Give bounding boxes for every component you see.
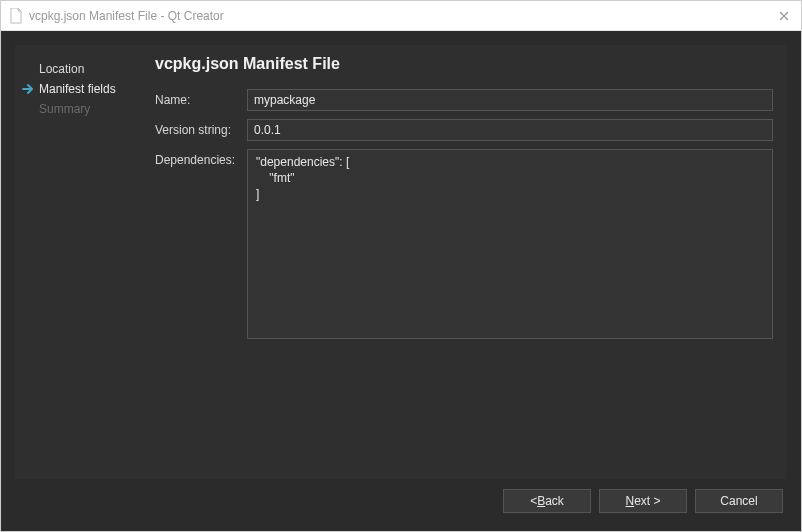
wizard-sidebar: Location Manifest fields Summary [15, 45, 145, 479]
current-step-arrow-icon [21, 82, 35, 96]
wizard-main: vcpkg.json Manifest File Name: Version s… [145, 45, 787, 479]
version-input[interactable] [247, 119, 773, 141]
titlebar: vcpkg.json Manifest File - Qt Creator [1, 1, 801, 31]
next-mnemonic: N [625, 494, 634, 508]
label-name: Name: [155, 89, 247, 107]
cancel-label: Cancel [720, 494, 757, 508]
cancel-button[interactable]: Cancel [695, 489, 783, 513]
sidebar-item-location: Location [25, 59, 139, 79]
name-input[interactable] [247, 89, 773, 111]
close-button[interactable] [753, 8, 793, 24]
button-bar: < Back Next > Cancel [15, 479, 787, 517]
wizard-window: vcpkg.json Manifest File - Qt Creator Lo… [0, 0, 802, 532]
content-area: Location Manifest fields Summary vcpkg.j… [1, 31, 801, 531]
close-icon [779, 11, 789, 21]
page-title: vcpkg.json Manifest File [155, 55, 773, 73]
document-icon [9, 8, 23, 24]
back-button[interactable]: < Back [503, 489, 591, 513]
label-version: Version string: [155, 119, 247, 137]
dependencies-textarea[interactable] [247, 149, 773, 339]
label-dependencies: Dependencies: [155, 149, 247, 167]
window-title: vcpkg.json Manifest File - Qt Creator [29, 9, 753, 23]
row-name: Name: [155, 89, 773, 111]
sidebar-item-label: Summary [39, 102, 90, 116]
sidebar-item-summary: Summary [25, 99, 139, 119]
wizard-inner: Location Manifest fields Summary vcpkg.j… [15, 45, 787, 479]
sidebar-item-label: Location [39, 62, 84, 76]
next-rest: ext > [634, 494, 660, 508]
sidebar-item-label: Manifest fields [39, 82, 116, 96]
sidebar-item-manifest-fields: Manifest fields [25, 79, 139, 99]
row-version: Version string: [155, 119, 773, 141]
back-prefix: < [530, 494, 537, 508]
next-button[interactable]: Next > [599, 489, 687, 513]
back-mnemonic: B [537, 494, 545, 508]
row-dependencies: Dependencies: [155, 149, 773, 339]
back-rest: ack [545, 494, 564, 508]
